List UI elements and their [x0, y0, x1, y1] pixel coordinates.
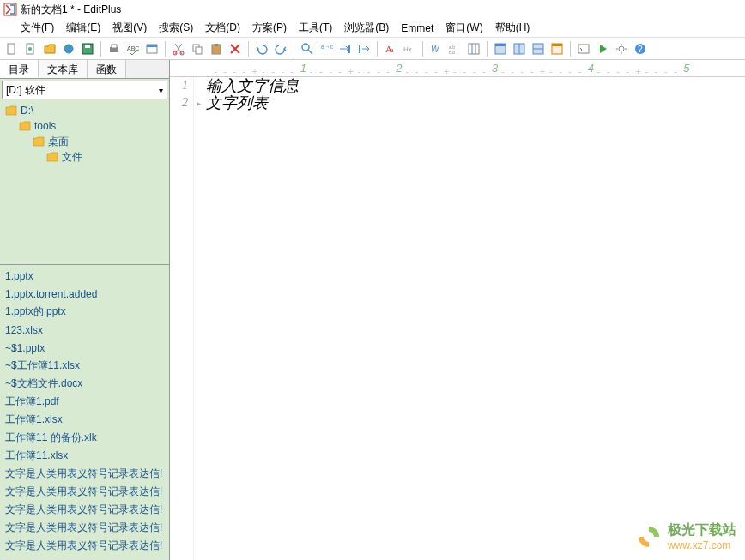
folder-tree: D:\tools桌面文件: [0, 101, 169, 264]
text-editor[interactable]: 输入文字信息文字列表: [203, 77, 745, 560]
find-icon[interactable]: [299, 40, 316, 57]
file-item[interactable]: 工作簿1.pdf: [2, 393, 167, 411]
title-bar: 新的文档1 * - EditPlus: [0, 0, 745, 19]
svg-point-3: [28, 47, 32, 51]
ruler: 1----+----2----+----3----+----4----+----…: [170, 60, 745, 77]
file-item[interactable]: 1.pptx.torrent.added: [2, 285, 167, 303]
tab-functions[interactable]: 函数: [88, 60, 126, 78]
svg-rect-21: [359, 45, 360, 53]
file-item[interactable]: 123.xlsx: [2, 321, 167, 339]
window1-icon[interactable]: [492, 40, 509, 57]
svg-point-18: [302, 44, 309, 51]
window3-icon[interactable]: [530, 40, 547, 57]
watermark-logo-icon: [635, 523, 663, 551]
line-number: 1: [170, 77, 188, 94]
fold-column: ▸: [194, 77, 203, 560]
svg-rect-34: [552, 44, 562, 46]
fold-marker: ▸: [194, 94, 203, 111]
preview-icon[interactable]: [143, 40, 161, 57]
drive-selector[interactable]: [D:] 软件 ▾: [2, 81, 167, 99]
tree-item[interactable]: tools: [2, 118, 167, 134]
help-icon[interactable]: ?: [632, 40, 649, 57]
fold-marker: [194, 77, 203, 94]
menu-view[interactable]: 视图(V): [112, 21, 147, 35]
tree-item[interactable]: D:\: [2, 103, 167, 118]
toolbar: ABC a→b Aa Hx W a.bc.d ?: [0, 38, 745, 60]
delete-icon[interactable]: [227, 40, 244, 57]
save-icon[interactable]: [79, 40, 96, 57]
menu-help[interactable]: 帮助(H): [495, 21, 530, 35]
redo-icon[interactable]: [272, 40, 289, 57]
file-item[interactable]: 文字是人类用表义符号记录表达信!: [2, 483, 167, 501]
svg-text:Hx: Hx: [403, 45, 412, 53]
separator: [100, 41, 101, 57]
next-icon[interactable]: [355, 40, 372, 57]
tab-directory[interactable]: 目录: [0, 60, 39, 78]
copy-icon[interactable]: [189, 40, 206, 57]
file-item[interactable]: 1.pptx的.pptx: [2, 303, 167, 321]
svg-text:?: ?: [638, 45, 643, 54]
file-item[interactable]: ~$文档文件.docx: [2, 375, 167, 393]
svg-rect-17: [215, 44, 218, 46]
sidebar-tabs: 目录 文本库 函数: [0, 60, 169, 79]
separator: [294, 41, 294, 57]
print-icon[interactable]: [106, 40, 123, 57]
watermark-name: 极光下载站: [668, 521, 736, 539]
menu-browser[interactable]: 浏览器(B): [344, 21, 389, 35]
tree-item[interactable]: 桌面: [2, 134, 167, 149]
file-item[interactable]: 工作簿11 的备份.xlk: [2, 429, 167, 447]
font-icon[interactable]: Aa: [382, 40, 399, 57]
cut-icon[interactable]: [170, 40, 187, 57]
file-item[interactable]: 工作簿1.xlsx: [2, 411, 167, 429]
menu-window[interactable]: 窗口(W): [445, 21, 482, 35]
menu-edit[interactable]: 编辑(E): [66, 21, 100, 35]
svg-rect-8: [112, 45, 117, 48]
file-item[interactable]: 文字是人类用表义符号记录表达信!: [2, 519, 167, 537]
svg-text:ABC: ABC: [127, 45, 139, 51]
file-item[interactable]: ~$1.pptx: [2, 339, 167, 357]
menu-tools[interactable]: 工具(T): [299, 21, 332, 35]
menu-search[interactable]: 搜索(S): [159, 21, 193, 35]
settings-icon[interactable]: [613, 40, 630, 57]
file-item[interactable]: 1.pptx: [2, 267, 167, 285]
open-icon[interactable]: [41, 40, 58, 57]
file-item[interactable]: 文字是人类用表义符号记录表达信!: [2, 537, 167, 555]
tree-item[interactable]: 文件: [2, 149, 167, 165]
space-icon[interactable]: a.bc.d: [446, 40, 463, 57]
menu-emmet[interactable]: Emmet: [401, 22, 433, 34]
svg-text:a: a: [391, 46, 394, 54]
undo-icon[interactable]: [253, 40, 270, 57]
file-item[interactable]: 文字是人类用表义符号记录表达信!: [2, 465, 167, 483]
new-file-icon[interactable]: [3, 40, 21, 57]
svg-text:c.d: c.d: [449, 50, 455, 55]
wordwrap-icon[interactable]: W: [427, 40, 445, 57]
file-item[interactable]: 文字是人类用表义符号记录表达信!: [2, 501, 167, 519]
window4-icon[interactable]: [548, 40, 566, 57]
file-item[interactable]: 工作簿11.xlsx: [2, 447, 167, 465]
editor-line[interactable]: 输入文字信息: [206, 77, 745, 94]
menu-project[interactable]: 方案(P): [252, 21, 287, 35]
run-icon[interactable]: [594, 40, 611, 57]
window2-icon[interactable]: [511, 40, 528, 57]
editor-line[interactable]: 文字列表: [206, 94, 745, 111]
svg-text:W: W: [431, 45, 440, 54]
terminal-icon[interactable]: [575, 40, 592, 57]
window-title: 新的文档1 * - EditPlus: [21, 3, 121, 17]
paste-icon[interactable]: [208, 40, 225, 57]
svg-rect-20: [348, 45, 350, 53]
editor-area: 1----+----2----+----3----+----4----+----…: [170, 60, 745, 560]
menu-file[interactable]: 文件(F): [21, 21, 54, 35]
menu-bar: 文件(F) 编辑(E) 视图(V) 搜索(S) 文档(D) 方案(P) 工具(T…: [0, 19, 745, 38]
new-html-icon[interactable]: [22, 40, 39, 57]
line-number-gutter: 12: [170, 77, 194, 560]
tab-textlib[interactable]: 文本库: [39, 60, 88, 78]
replace-icon[interactable]: a→b: [318, 40, 335, 57]
spellcheck-icon[interactable]: ABC: [124, 40, 142, 57]
hex-icon[interactable]: Hx: [401, 40, 418, 57]
watermark: 极光下载站 www.xz7.com: [635, 521, 736, 551]
column-icon[interactable]: [465, 40, 482, 57]
goto-icon[interactable]: [336, 40, 354, 57]
file-item[interactable]: ~$工作簿11.xlsx: [2, 357, 167, 375]
menu-document[interactable]: 文档(D): [205, 21, 240, 35]
url-icon[interactable]: [60, 40, 77, 57]
